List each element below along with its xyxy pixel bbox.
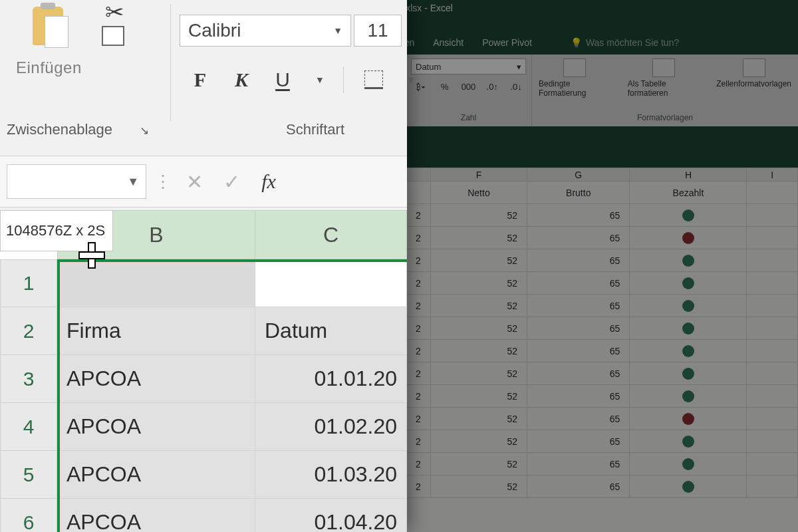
chevron-down-icon[interactable]: ▼ xyxy=(315,74,325,85)
insert-function-button[interactable]: fx xyxy=(254,167,283,196)
format-as-table-button[interactable]: Als Tabelle formatieren xyxy=(628,59,700,98)
row-header-2[interactable]: 2 xyxy=(0,307,57,355)
conditional-formatting-button[interactable]: Bedingte Formatierung xyxy=(539,59,610,98)
format-painter-button[interactable] xyxy=(105,48,132,60)
cell-b4[interactable]: APCOA xyxy=(57,403,255,451)
chevron-down-icon[interactable]: ▼ xyxy=(406,74,416,85)
cancel-formula-button[interactable]: ✕ xyxy=(180,167,209,196)
table-row[interactable]: 25265 xyxy=(406,475,798,498)
confirm-formula-button[interactable]: ✓ xyxy=(217,167,246,196)
col-header-g[interactable]: G xyxy=(527,168,630,182)
cell-styles-icon xyxy=(743,59,765,77)
row-header-1[interactable]: 1 xyxy=(0,259,57,307)
status-dot-icon xyxy=(682,345,694,357)
chevron-down-icon: ▾ xyxy=(517,62,521,72)
cell-c2[interactable]: Datum xyxy=(255,307,407,355)
cell-b1[interactable] xyxy=(57,259,255,307)
group-label-clipboard: Zwischenablage xyxy=(7,121,112,138)
status-dot-icon xyxy=(682,209,694,221)
table-row[interactable]: 25265 xyxy=(406,430,798,453)
status-dot-icon xyxy=(682,300,694,312)
cell-c4[interactable]: 01.02.20 xyxy=(255,403,407,451)
status-dot-icon xyxy=(682,255,694,267)
row-header-5[interactable]: 5 xyxy=(0,451,57,499)
table-row[interactable]: 25265 xyxy=(406,204,798,227)
table-header-netto[interactable]: Netto xyxy=(430,182,527,204)
table-row[interactable]: 25265 xyxy=(406,340,798,362)
col-header-i[interactable]: I xyxy=(747,168,798,182)
group-label-font: Schriftart xyxy=(286,121,344,138)
cell-b3[interactable]: APCOA xyxy=(57,355,255,403)
tab-powerpivot[interactable]: Power Pivot xyxy=(482,37,532,48)
lightbulb-icon: 💡 xyxy=(571,37,582,48)
copy-button[interactable] xyxy=(105,31,108,43)
status-dot-icon xyxy=(682,481,694,493)
row-header-3[interactable]: 3 xyxy=(0,355,57,403)
table-row[interactable]: 25265 xyxy=(406,295,798,317)
increase-decimal-button[interactable]: .0↑ xyxy=(482,78,502,94)
number-format-combo[interactable]: Datum▾ xyxy=(411,59,526,74)
table-row[interactable]: 25265 xyxy=(406,317,798,340)
row-header-6[interactable]: 6 xyxy=(0,499,57,532)
group-label-number: Zahl xyxy=(411,113,526,122)
table-icon xyxy=(652,59,675,77)
cell-b5[interactable]: APCOA xyxy=(57,451,255,499)
col-header-h[interactable]: H xyxy=(630,168,747,182)
status-dot-icon xyxy=(682,413,694,425)
copy-icon xyxy=(105,29,108,43)
ribbon-right: Datum▾ ₿▾ % 000 .0↑ .0↓ Zahl Bedingte Fo… xyxy=(406,55,798,126)
cell-styles-button[interactable]: Zellenformatvorlagen xyxy=(716,59,791,98)
status-dot-icon xyxy=(682,277,694,289)
chevron-down-icon: ▼ xyxy=(333,25,342,36)
col-header-c[interactable]: C xyxy=(255,210,407,259)
status-dot-icon xyxy=(682,368,694,380)
selection-size-label: 1048576Z x 2S xyxy=(0,210,113,251)
underline-button[interactable]: U xyxy=(271,68,294,92)
spreadsheet-zoom[interactable]: 1048576Z x 2S B C 1 2 3 4 5 6 FirmaDatum… xyxy=(0,210,407,532)
table-header-bezahlt[interactable]: Bezahlt xyxy=(630,182,747,204)
table-row[interactable]: 25265 xyxy=(406,408,798,430)
table-row[interactable]: 25265 xyxy=(406,272,798,295)
italic-button[interactable]: K xyxy=(230,68,253,92)
cell-c5[interactable]: 01.03.20 xyxy=(255,451,407,499)
table-header-brutto[interactable]: Brutto xyxy=(527,182,630,204)
cell-c1[interactable] xyxy=(255,259,407,307)
cell-b6[interactable]: APCOA xyxy=(57,499,255,532)
background-spreadsheet[interactable]: F G H I Netto Brutto Bezahlt 25265252652… xyxy=(406,168,798,532)
table-row[interactable]: 25265 xyxy=(406,227,798,249)
divider xyxy=(343,66,344,93)
paste-button[interactable]: Einfügen xyxy=(16,7,82,77)
table-row[interactable]: 25265 xyxy=(406,362,798,385)
percent-button[interactable]: % xyxy=(435,78,455,94)
table-row[interactable]: 25265 xyxy=(406,249,798,272)
borders-button[interactable] xyxy=(362,68,385,92)
comma-style-button[interactable]: 000 xyxy=(459,78,479,94)
chevron-down-icon: ▼ xyxy=(127,175,139,189)
status-dot-icon xyxy=(682,458,694,470)
status-dot-icon xyxy=(682,390,694,402)
table-row[interactable]: 25265 xyxy=(406,385,798,408)
paste-label: Einfügen xyxy=(16,59,82,77)
clipboard-launcher[interactable]: ↘ xyxy=(140,124,149,138)
tab-view[interactable]: Ansicht xyxy=(433,37,464,48)
group-label-styles: Formatvorlagen xyxy=(539,113,791,122)
cell-c3[interactable]: 01.01.20 xyxy=(255,355,407,403)
cut-button[interactable]: ✂ xyxy=(105,0,124,25)
borders-icon xyxy=(364,70,383,89)
name-box[interactable]: ▼ xyxy=(7,164,146,199)
cell-b2[interactable]: Firma xyxy=(57,307,255,355)
table-row[interactable]: 25265 xyxy=(406,453,798,475)
cell-c6[interactable]: 01.04.20 xyxy=(255,499,407,532)
font-size-combo[interactable]: 11 xyxy=(354,15,402,47)
font-name-combo[interactable]: Calibri ▼ xyxy=(180,15,351,47)
row-header-4[interactable]: 4 xyxy=(0,403,57,451)
status-dot-icon xyxy=(682,232,694,244)
paste-icon xyxy=(27,7,70,52)
decrease-decimal-button[interactable]: .0↓ xyxy=(506,78,526,94)
tell-me[interactable]: 💡 Was möchten Sie tun? xyxy=(571,37,679,48)
col-header-f[interactable]: F xyxy=(430,168,527,182)
bold-button[interactable]: F xyxy=(189,68,211,92)
status-dot-icon xyxy=(682,323,694,334)
formula-bar: ▼ ⋮ ✕ ✓ fx xyxy=(0,156,407,207)
status-dot-icon xyxy=(682,436,694,448)
